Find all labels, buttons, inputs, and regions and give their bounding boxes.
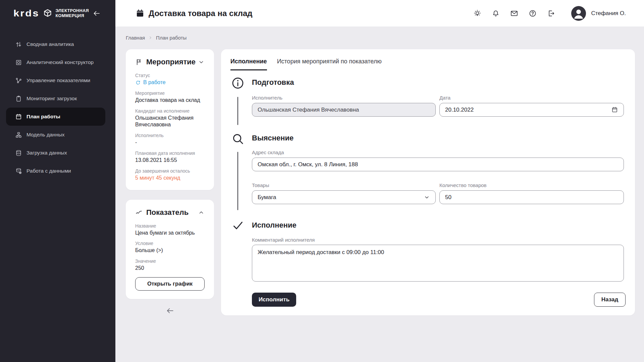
sidebar-item-data-work[interactable]: Работа с данными [6,162,105,180]
card-field-value: - [135,139,205,146]
sidebar-item-work-plan[interactable]: План работы [6,108,105,126]
back-arrow-row [126,306,214,316]
topbar: Доставка товара на склад Стефания О. [115,0,644,27]
sidebar-item-analytic-constructor[interactable]: Аналитический конструктор [6,53,105,71]
executor-comment-label: Комментарий исполнителя [252,237,315,243]
goods-select[interactable]: Бумага [252,190,436,204]
indicator-card-fields: НазваниеЦена бумаги за октябрьУсловиеБол… [135,223,205,272]
warehouse-address-input[interactable] [252,158,624,171]
sidebar-item-label: План работы [26,114,60,120]
hierarchy-icon [15,131,22,138]
card-field-value: Ольшанская Стефания Вячеславовна [135,115,205,129]
card-field-value: Цена бумаги за октябрь [135,230,205,237]
tab-execution[interactable]: Исполнение [230,58,267,70]
arrow-left-icon [93,9,101,17]
bell-icon [492,9,500,17]
card-field-value: В работе [135,79,205,86]
breadcrumb: Главная План работы [126,35,186,41]
header-actions [473,9,555,17]
executor-comment-textarea[interactable]: Желательный период доставки с 09:00 до 1… [252,245,624,282]
section-clarification-title: Выяснение [252,134,293,142]
collapse-event-card-button[interactable] [198,59,205,65]
user-name: Стефания О. [591,10,626,17]
refresh-icon [135,80,141,85]
card-field-label: Мероприятие [135,90,205,96]
sidebar-menu: Сводная аналитикаАналитический конструкт… [0,35,115,180]
open-chart-button[interactable]: Открыть график [135,277,205,291]
card-field-label: Название [135,223,205,229]
idea-icon [473,9,481,17]
idea-button[interactable] [473,9,481,17]
tab-history[interactable]: История мероприятий по показателю [277,58,382,70]
chevron-down-icon [424,194,430,200]
arrow-left-icon [166,306,174,315]
sidebar-item-label: Модель данных [26,132,65,138]
chevron-right-icon [148,36,153,40]
date-input[interactable]: 20.10.2022 [439,103,624,117]
quantity-input[interactable] [439,190,624,204]
calendar-title-icon [136,9,145,18]
sidebar-collapse-button[interactable] [93,9,101,17]
card-field: СтатусВ работе [135,73,205,86]
help-button[interactable] [529,9,537,17]
indicator-card-title: Показатель [146,208,189,217]
calendar-picker-icon[interactable] [611,106,618,113]
step-connector [237,152,238,210]
mail-button[interactable] [510,9,518,17]
constructor-icon [15,59,22,66]
help-icon [529,9,537,17]
event-card-title: Мероприятие [146,58,196,66]
card-field-label: Исполнитель [135,133,205,138]
card-field-value: 13.08.2021 16:55 [135,157,205,164]
search-icon [231,132,245,145]
info-icon [231,76,245,90]
sidebar-item-label: Аналитический конструктор [26,59,94,65]
executor-input[interactable] [252,103,436,117]
clipboard-icon [15,95,22,102]
logout-button[interactable] [547,9,555,17]
sidebar-item-label: Загрузка данных [26,150,67,156]
brand-logo: krds [13,8,39,19]
warehouse-address-label: Адрес склада [252,149,284,155]
event-card-header: Мероприятие [135,58,205,66]
brand-caption: ЭЛЕКТРОННАЯ КОММЕРЦИЯ [55,8,89,18]
card-field-value: Доставка товара на склад [135,97,205,104]
event-card-fields: СтатусВ работеМероприятиеДоставка товара… [135,73,205,182]
card-field-label: Плановая дата исполнения [135,150,205,156]
bell-button[interactable] [492,9,500,17]
avatar[interactable] [571,6,586,21]
logout-icon [547,9,555,17]
sidebar-item-indicator-management[interactable]: Управление показателями [6,71,105,89]
sidebar-item-label: Работа с данными [26,168,71,174]
chevron-down-icon [198,59,205,65]
trend-icon [135,209,143,216]
database-icon [15,149,22,157]
back-button[interactable]: Назад [594,293,626,307]
collapse-indicator-card-button[interactable] [198,209,205,216]
breadcrumb-home[interactable]: Главная [126,35,145,41]
check-icon [232,219,244,232]
goods-selected-value: Бумага [258,194,276,201]
side-cards: Мероприятие СтатусВ работеМероприятиеДос… [126,49,214,316]
sidebar-item-summary-analytics[interactable]: Сводная аналитика [6,35,105,53]
sidebar-item-data-loading[interactable]: Загрузка данных [6,144,105,162]
sidebar-item-label: Мониторинг загрузок [26,96,77,102]
card-field: МероприятиеДоставка товара на склад [135,90,205,104]
indicator-card-header: Показатель [135,208,205,217]
card-field-value: 5 минут 45 секунд [135,175,205,182]
card-field-label: До завершения осталось [135,168,205,174]
section-execution-title: Исполнение [252,221,297,230]
date-value: 20.10.2022 [445,107,474,113]
card-field-label: Условие [135,241,205,246]
card-field: НазваниеЦена бумаги за октябрь [135,223,205,237]
analytics-icon [15,41,22,48]
chevron-up-icon [198,209,205,216]
quantity-label: Количество товаров [439,182,487,188]
execute-button[interactable]: Исполнить [252,293,296,307]
sidebar-item-data-model[interactable]: Модель данных [6,126,105,144]
sidebar-item-load-monitoring[interactable]: Мониторинг загрузок [6,89,105,108]
logo: krds ЭЛЕКТРОННАЯ КОММЕРЦИЯ [0,0,115,27]
user-menu[interactable]: Стефания О. [571,6,626,21]
go-back-button[interactable] [166,306,174,315]
card-field: Плановая дата исполнения13.08.2021 16:55 [135,150,205,164]
